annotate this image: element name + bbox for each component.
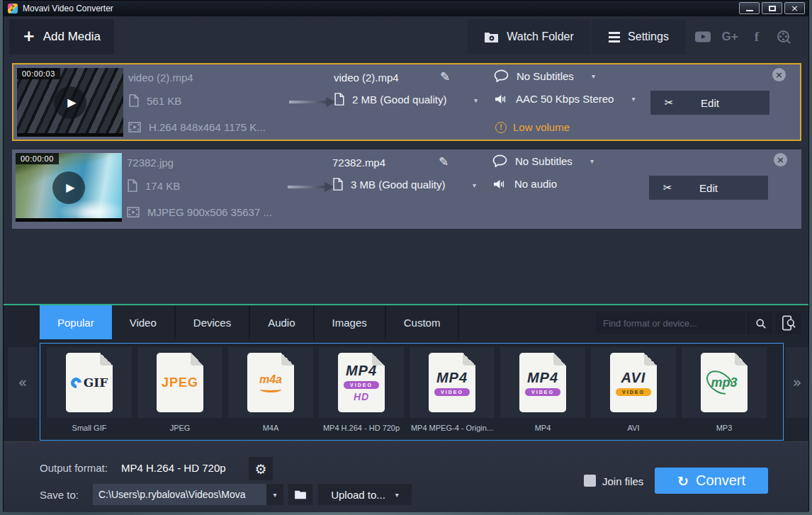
speaker-icon xyxy=(494,94,508,105)
play-icon[interactable]: ▶ xyxy=(52,171,85,204)
format-settings-button[interactable]: ⚙ xyxy=(249,457,273,480)
convert-arrows-icon: ↻ xyxy=(677,473,689,489)
film-reel-icon[interactable] xyxy=(770,19,797,55)
close-button[interactable]: × xyxy=(784,2,805,14)
rename-pencil-icon[interactable]: ✎ xyxy=(440,69,450,84)
format-card-mp4-mpeg4[interactable]: MP4 VIDEO xyxy=(410,347,495,418)
low-volume-warning: ! Low volume xyxy=(495,121,570,133)
tab-devices[interactable]: Devices xyxy=(176,305,250,339)
format-label: MP3 xyxy=(682,424,767,432)
rename-pencil-icon[interactable]: ✎ xyxy=(439,154,449,169)
chevron-down-icon: ▾ xyxy=(592,72,595,80)
save-to-label: Save to: xyxy=(40,489,79,501)
play-icon[interactable]: ▶ xyxy=(54,86,86,119)
watch-folder-button[interactable]: Watch Folder xyxy=(468,19,590,55)
youtube-icon[interactable] xyxy=(689,19,716,55)
gif-logo-arc xyxy=(69,375,84,390)
audio-dropdown[interactable]: AAC 50 Kbps Stereo ▾ xyxy=(494,93,635,105)
googleplus-icon[interactable]: G+ xyxy=(716,19,743,55)
join-files-checkbox[interactable] xyxy=(584,475,596,487)
source-codec-line: H.264 848x464 1175 K... xyxy=(128,121,266,133)
format-page-icon: JPEG xyxy=(157,353,203,412)
chevron-down-icon[interactable]: ▾ xyxy=(474,96,478,104)
bottom-bar: Output format: MP4 H.264 - HD 720p ⚙ Sav… xyxy=(4,441,808,512)
save-path-field[interactable]: C:\Users\p.rybalova\Videos\Mova xyxy=(93,484,266,505)
scroll-right-button[interactable]: » xyxy=(786,347,808,418)
format-card-avi[interactable]: AVI VIDEO xyxy=(591,347,676,418)
chevron-down-icon: ▾ xyxy=(590,157,594,165)
convert-button[interactable]: ↻ Convert xyxy=(655,468,768,494)
tab-popular[interactable]: Popular xyxy=(40,305,112,339)
format-card-small-gif[interactable]: GIF xyxy=(47,347,132,418)
search-button[interactable] xyxy=(748,312,772,334)
format-page-icon: MP4 VIDEO xyxy=(519,353,566,412)
watch-folder-label: Watch Folder xyxy=(507,30,574,43)
edit-label: Edit xyxy=(701,97,719,109)
source-size-line: 561 KB xyxy=(128,94,181,107)
browse-folder-button[interactable] xyxy=(288,484,312,505)
source-size: 561 KB xyxy=(147,95,181,107)
audio-value: No audio xyxy=(514,178,557,190)
close-icon: × xyxy=(791,4,799,13)
format-card-mp4-hd720[interactable]: MP4 VIDEO HD xyxy=(319,347,404,418)
device-search-icon xyxy=(781,315,796,332)
add-media-button[interactable]: + Add Media xyxy=(9,19,114,55)
format-card-mp4[interactable]: MP4 VIDEO xyxy=(500,347,585,418)
settings-button[interactable]: Settings xyxy=(592,19,686,55)
subtitles-icon xyxy=(494,69,509,82)
format-page-icon: MP4 VIDEO HD xyxy=(338,353,385,412)
output-quality-dropdown[interactable]: 2 MB (Good quality) xyxy=(334,93,446,106)
format-card-m4a[interactable]: m4a xyxy=(228,347,313,418)
search-input[interactable] xyxy=(596,312,746,334)
subtitles-value: No Subtitles xyxy=(515,155,573,167)
edit-button[interactable]: ✂ Edit xyxy=(650,91,769,115)
scroll-left-button[interactable]: « xyxy=(8,347,38,418)
remove-file-button[interactable]: × xyxy=(772,68,786,81)
output-filename: 72382.mp4 xyxy=(332,157,385,169)
format-page-icon: mp3 xyxy=(701,353,748,412)
minimize-button[interactable] xyxy=(739,2,760,14)
source-size-line: 174 KB xyxy=(127,179,180,192)
file-icon xyxy=(127,179,137,192)
tab-images[interactable]: Images xyxy=(315,305,386,339)
subtitles-dropdown[interactable]: No Subtitles ▾ xyxy=(494,69,595,82)
output-quality-dropdown[interactable]: 3 MB (Good quality) xyxy=(332,178,445,191)
format-card-mp3[interactable]: mp3 xyxy=(682,347,767,418)
tab-video[interactable]: Video xyxy=(112,305,176,339)
add-media-label: Add Media xyxy=(43,30,101,44)
format-card-jpeg[interactable]: JPEG xyxy=(137,347,222,418)
toolbar: + Add Media Watch Folder Settings G+ f xyxy=(4,16,808,57)
tab-custom[interactable]: Custom xyxy=(386,305,460,339)
format-tabs: Popular Video Devices Audio Images Custo… xyxy=(40,305,459,339)
source-filename: 72382.jpg xyxy=(127,157,174,169)
chevron-down-icon: ▾ xyxy=(631,95,635,103)
output-format-value: MP4 H.264 - HD 720p xyxy=(121,462,226,474)
remove-file-button[interactable]: × xyxy=(774,153,787,166)
media-row-72382[interactable]: 00:00:00 ▶ 72382.jpg 174 KB MJPEG 900x50… xyxy=(12,149,801,229)
format-label: M4A xyxy=(228,424,313,432)
tab-audio[interactable]: Audio xyxy=(250,305,314,339)
media-row-video2[interactable]: 00:00:03 ▶ video (2).mp4 561 KB H.264 84… xyxy=(12,63,801,141)
chevron-down-icon[interactable]: ▾ xyxy=(473,181,476,189)
warning-icon: ! xyxy=(495,122,507,133)
settings-label: Settings xyxy=(628,30,669,43)
output-format-label: Output format: xyxy=(40,462,108,474)
save-path-dropdown[interactable]: ▾ xyxy=(266,484,283,505)
video-info-icon xyxy=(128,122,141,132)
source-size: 174 KB xyxy=(145,180,180,192)
app-icon: ♪ xyxy=(8,4,18,13)
window-title: Movavi Video Converter xyxy=(23,4,113,13)
output-quality: 2 MB (Good quality) xyxy=(352,94,446,106)
subtitles-dropdown[interactable]: No Subtitles ▾ xyxy=(492,154,594,167)
maximize-button[interactable] xyxy=(762,2,782,14)
edit-button[interactable]: ✂ Edit xyxy=(649,176,768,200)
social-links: G+ f xyxy=(689,19,797,55)
facebook-icon[interactable]: f xyxy=(743,19,770,55)
upload-to-button[interactable]: Upload to... ▾ xyxy=(318,484,412,505)
upload-to-label: Upload to... xyxy=(331,489,385,501)
conversion-arrow-icon xyxy=(289,97,336,107)
titlebar: ♪ Movavi Video Converter × xyxy=(4,1,808,16)
detect-device-button[interactable] xyxy=(776,312,801,334)
media-list: 00:00:03 ▶ video (2).mp4 561 KB H.264 84… xyxy=(4,57,808,305)
format-panel: Popular Video Devices Audio Images Custo… xyxy=(4,305,808,441)
